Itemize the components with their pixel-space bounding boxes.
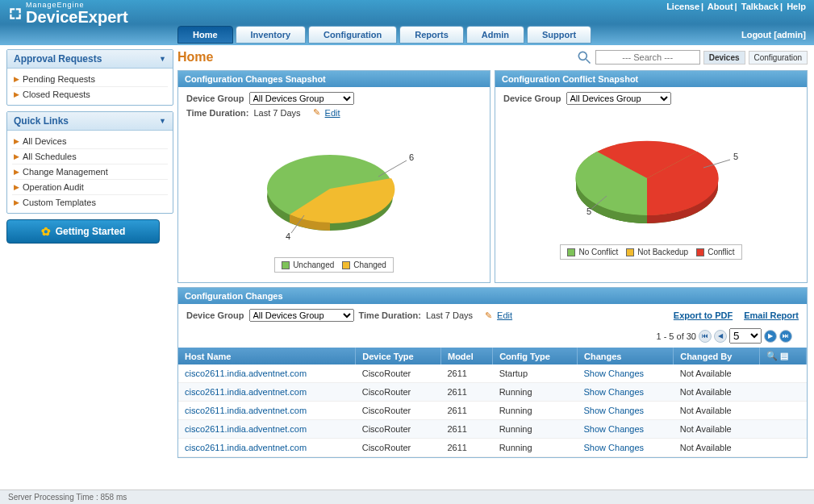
edit-link[interactable]: Edit xyxy=(325,108,340,118)
chart-label-5b: 5 xyxy=(733,152,738,161)
sidebar-item-pending[interactable]: ▶Pending Requests xyxy=(12,72,168,87)
cell-type: CiscoRouter xyxy=(356,402,441,420)
show-changes-link[interactable]: Show Changes xyxy=(584,387,645,397)
sidebar-item-templates[interactable]: ▶Custom Templates xyxy=(12,195,168,210)
export-pdf-link[interactable]: Export to PDF xyxy=(674,310,733,320)
show-changes-link[interactable]: Show Changes xyxy=(584,443,645,452)
chart-label-6: 6 xyxy=(409,152,414,162)
cell-model: 2611 xyxy=(440,364,492,383)
page-title: Home xyxy=(177,50,571,65)
show-changes-link[interactable]: Show Changes xyxy=(584,424,645,434)
col-type[interactable]: Device Type xyxy=(356,348,441,364)
pager-first[interactable]: ⏮ xyxy=(699,330,712,343)
link-talkback[interactable]: Talkback xyxy=(741,2,779,11)
table-row: cisco2611.india.adventnet.comCiscoRouter… xyxy=(178,402,807,420)
arrow-icon: ▶ xyxy=(14,137,19,145)
tab-configuration[interactable]: Configuration xyxy=(308,26,397,44)
cell-by: Not Available xyxy=(674,439,807,457)
device-group-select[interactable]: All Devices Group xyxy=(566,92,671,105)
gear-icon: ✿ xyxy=(41,225,51,238)
cell-config: Startup xyxy=(493,364,578,383)
cell-type: CiscoRouter xyxy=(356,364,441,383)
chevron-down-icon: ▼ xyxy=(159,55,166,63)
getting-started-button[interactable]: ✿ Getting Started xyxy=(6,219,160,244)
search-filter-devices[interactable]: Devices xyxy=(703,51,745,65)
pie-chart-changes: 4 6 xyxy=(186,120,482,257)
pager-next[interactable]: ▶ xyxy=(764,330,777,343)
sidebar-item-devices[interactable]: ▶All Devices xyxy=(12,134,168,149)
panel-quicklinks-header[interactable]: Quick Links ▼ xyxy=(7,112,173,131)
card-conflict-snapshot: Configuration Conflict Snapshot Device G… xyxy=(495,70,808,283)
edit-link[interactable]: Edit xyxy=(497,310,512,320)
cell-type: CiscoRouter xyxy=(356,439,441,457)
col-model[interactable]: Model xyxy=(440,348,492,364)
changes-table: Host Name Device Type Model Config Type … xyxy=(178,348,807,457)
col-config[interactable]: Config Type xyxy=(493,348,578,364)
columns-icon[interactable]: ▤ xyxy=(780,351,788,360)
search-filter-config[interactable]: Configuration xyxy=(749,51,808,65)
tab-support[interactable]: Support xyxy=(527,26,591,44)
tab-admin[interactable]: Admin xyxy=(466,26,524,44)
swatch-unchanged xyxy=(282,261,290,269)
main: Home Devices Configuration Configuration… xyxy=(177,49,808,458)
edit-icon: ✎ xyxy=(313,107,320,118)
col-changes[interactable]: Changes xyxy=(578,348,674,364)
cell-config: Running xyxy=(493,420,578,439)
show-changes-link[interactable]: Show Changes xyxy=(584,406,645,415)
sidebar-item-changemgmt[interactable]: ▶Change Management xyxy=(12,165,168,180)
host-link[interactable]: cisco2611.india.adventnet.com xyxy=(185,443,307,452)
table-row: cisco2611.india.adventnet.comCiscoRouter… xyxy=(178,383,807,402)
link-about[interactable]: About xyxy=(708,2,733,11)
device-group-select[interactable]: All Devices Group xyxy=(249,92,354,105)
table-row: cisco2611.india.adventnet.comCiscoRouter… xyxy=(178,364,807,383)
host-link[interactable]: cisco2611.india.adventnet.com xyxy=(185,424,307,434)
device-group-select[interactable]: All Devices Group xyxy=(249,309,354,322)
show-changes-link[interactable]: Show Changes xyxy=(584,369,645,378)
time-label: Time Duration: xyxy=(359,310,421,320)
page-size-select[interactable]: 5 xyxy=(729,328,762,344)
search-icon[interactable] xyxy=(576,49,592,65)
arrow-icon: ▶ xyxy=(14,183,19,191)
svg-point-0 xyxy=(578,52,586,60)
panel-approval-header[interactable]: Approval Requests ▼ xyxy=(7,50,173,69)
logout-link[interactable]: Logout [admin] xyxy=(741,30,806,40)
cell-by: Not Available xyxy=(674,402,807,420)
pager-prev[interactable]: ◀ xyxy=(714,330,727,343)
cell-model: 2611 xyxy=(440,383,492,402)
chart-label-4: 4 xyxy=(286,231,290,241)
cell-type: CiscoRouter xyxy=(356,420,441,439)
cell-config: Running xyxy=(493,383,578,402)
arrow-icon: ▶ xyxy=(14,198,19,206)
pager-text: 1 - 5 of 30 xyxy=(656,331,696,341)
zoom-icon[interactable]: 🔍 xyxy=(766,351,778,360)
link-help[interactable]: Help xyxy=(787,2,806,11)
card-header: Configuration Changes Snapshot xyxy=(178,71,490,87)
email-report-link[interactable]: Email Report xyxy=(744,310,799,320)
top-links: License| About| Talkback| Help xyxy=(666,2,806,11)
host-link[interactable]: cisco2611.india.adventnet.com xyxy=(185,406,307,415)
host-link[interactable]: cisco2611.india.adventnet.com xyxy=(185,387,307,397)
tab-home[interactable]: Home xyxy=(177,26,233,44)
table-row: cisco2611.india.adventnet.comCiscoRouter… xyxy=(178,420,807,439)
pager-last[interactable]: ⏭ xyxy=(779,330,792,343)
cell-config: Running xyxy=(493,402,578,420)
sidebar-item-audit[interactable]: ▶Operation Audit xyxy=(12,180,168,195)
tab-reports[interactable]: Reports xyxy=(399,26,464,44)
cell-by: Not Available xyxy=(674,364,807,383)
cell-type: CiscoRouter xyxy=(356,383,441,402)
nav-bar: Home Inventory Configuration Reports Adm… xyxy=(0,24,814,45)
tab-inventory[interactable]: Inventory xyxy=(236,26,307,44)
search-input[interactable] xyxy=(595,50,700,65)
sidebar-item-schedules[interactable]: ▶All Schedules xyxy=(12,149,168,165)
link-license[interactable]: License xyxy=(666,2,699,11)
col-host[interactable]: Host Name xyxy=(178,348,356,364)
logo: ManageEngine DeviceExpert xyxy=(8,2,128,25)
col-by[interactable]: Changed By xyxy=(674,348,760,364)
nav-tabs: Home Inventory Configuration Reports Adm… xyxy=(177,26,591,44)
arrow-icon: ▶ xyxy=(14,152,19,160)
svg-line-5 xyxy=(378,160,407,177)
sidebar-item-closed[interactable]: ▶Closed Requests xyxy=(12,87,168,102)
arrow-icon: ▶ xyxy=(14,75,19,83)
panel-approval: Approval Requests ▼ ▶Pending Requests ▶C… xyxy=(6,49,173,106)
host-link[interactable]: cisco2611.india.adventnet.com xyxy=(185,369,307,378)
